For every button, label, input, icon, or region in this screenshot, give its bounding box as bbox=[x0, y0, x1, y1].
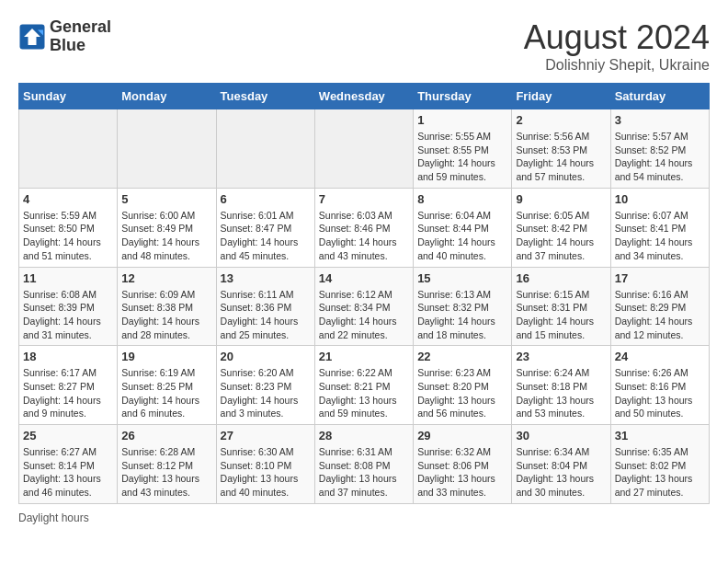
day-number: 11 bbox=[23, 271, 113, 285]
calendar-cell: 11Sunrise: 6:08 AMSunset: 8:39 PMDayligh… bbox=[19, 267, 118, 346]
calendar-cell: 2Sunrise: 5:56 AMSunset: 8:53 PMDaylight… bbox=[512, 109, 610, 189]
day-number: 1 bbox=[417, 113, 507, 127]
day-info: Sunrise: 6:22 AMSunset: 8:21 PMDaylight:… bbox=[319, 366, 409, 420]
day-info: Sunrise: 6:11 AMSunset: 8:36 PMDaylight:… bbox=[221, 288, 311, 342]
day-number: 29 bbox=[417, 429, 507, 442]
day-number: 12 bbox=[121, 271, 211, 285]
calendar-cell: 12Sunrise: 6:09 AMSunset: 8:38 PMDayligh… bbox=[118, 267, 216, 346]
day-info: Sunrise: 6:03 AMSunset: 8:46 PMDaylight:… bbox=[319, 209, 409, 263]
calendar-cell bbox=[216, 109, 314, 189]
day-number: 23 bbox=[516, 350, 606, 363]
calendar-header: SundayMondayTuesdayWednesdayThursdayFrid… bbox=[19, 84, 710, 109]
calendar-cell: 28Sunrise: 6:31 AMSunset: 8:08 PMDayligh… bbox=[314, 425, 413, 504]
calendar-cell: 20Sunrise: 6:20 AMSunset: 8:23 PMDayligh… bbox=[216, 346, 314, 425]
day-of-week-header: Thursday bbox=[414, 84, 512, 109]
day-info: Sunrise: 5:56 AMSunset: 8:53 PMDaylight:… bbox=[516, 130, 606, 184]
day-info: Sunrise: 6:12 AMSunset: 8:34 PMDaylight:… bbox=[319, 288, 409, 342]
footer-note: Daylight hours bbox=[18, 511, 710, 524]
calendar-week-row: 25Sunrise: 6:27 AMSunset: 8:14 PMDayligh… bbox=[19, 425, 710, 504]
day-info: Sunrise: 6:13 AMSunset: 8:32 PMDaylight:… bbox=[417, 288, 507, 342]
day-info: Sunrise: 6:31 AMSunset: 8:08 PMDaylight:… bbox=[319, 445, 409, 500]
day-number: 9 bbox=[516, 192, 606, 206]
day-of-week-header: Tuesday bbox=[216, 84, 314, 109]
calendar-cell: 10Sunrise: 6:07 AMSunset: 8:41 PMDayligh… bbox=[610, 188, 709, 267]
day-info: Sunrise: 6:09 AMSunset: 8:38 PMDaylight:… bbox=[121, 288, 211, 342]
day-number: 25 bbox=[23, 429, 113, 442]
main-title: August 2024 bbox=[524, 18, 710, 57]
calendar-cell bbox=[314, 109, 413, 189]
day-of-week-header: Friday bbox=[512, 84, 610, 109]
calendar-cell: 7Sunrise: 6:03 AMSunset: 8:46 PMDaylight… bbox=[314, 188, 413, 267]
calendar-cell: 4Sunrise: 5:59 AMSunset: 8:50 PMDaylight… bbox=[19, 188, 118, 267]
day-number: 20 bbox=[221, 350, 311, 363]
calendar-cell: 1Sunrise: 5:55 AMSunset: 8:55 PMDaylight… bbox=[414, 109, 512, 189]
day-number: 8 bbox=[417, 192, 507, 206]
calendar-cell: 14Sunrise: 6:12 AMSunset: 8:34 PMDayligh… bbox=[314, 267, 413, 346]
day-info: Sunrise: 6:16 AMSunset: 8:29 PMDaylight:… bbox=[615, 288, 705, 342]
day-info: Sunrise: 6:35 AMSunset: 8:02 PMDaylight:… bbox=[615, 445, 705, 500]
calendar-cell: 31Sunrise: 6:35 AMSunset: 8:02 PMDayligh… bbox=[610, 425, 709, 504]
calendar-week-row: 11Sunrise: 6:08 AMSunset: 8:39 PMDayligh… bbox=[19, 267, 710, 346]
calendar-week-row: 18Sunrise: 6:17 AMSunset: 8:27 PMDayligh… bbox=[19, 346, 710, 425]
day-number: 13 bbox=[221, 271, 311, 285]
day-info: Sunrise: 6:19 AMSunset: 8:25 PMDaylight:… bbox=[121, 366, 211, 420]
calendar-cell: 27Sunrise: 6:30 AMSunset: 8:10 PMDayligh… bbox=[216, 425, 314, 504]
calendar-cell: 17Sunrise: 6:16 AMSunset: 8:29 PMDayligh… bbox=[610, 267, 709, 346]
calendar-cell: 15Sunrise: 6:13 AMSunset: 8:32 PMDayligh… bbox=[414, 267, 512, 346]
calendar-cell: 19Sunrise: 6:19 AMSunset: 8:25 PMDayligh… bbox=[118, 346, 216, 425]
day-info: Sunrise: 6:01 AMSunset: 8:47 PMDaylight:… bbox=[221, 209, 311, 263]
calendar-cell: 9Sunrise: 6:05 AMSunset: 8:42 PMDaylight… bbox=[512, 188, 610, 267]
day-number: 2 bbox=[516, 113, 606, 127]
calendar-body: 1Sunrise: 5:55 AMSunset: 8:55 PMDaylight… bbox=[19, 109, 710, 504]
calendar-cell: 30Sunrise: 6:34 AMSunset: 8:04 PMDayligh… bbox=[512, 425, 610, 504]
calendar-cell: 25Sunrise: 6:27 AMSunset: 8:14 PMDayligh… bbox=[19, 425, 118, 504]
day-info: Sunrise: 6:23 AMSunset: 8:20 PMDaylight:… bbox=[417, 366, 507, 420]
day-info: Sunrise: 6:17 AMSunset: 8:27 PMDaylight:… bbox=[23, 366, 113, 420]
day-number: 14 bbox=[319, 271, 409, 285]
day-number: 21 bbox=[319, 350, 409, 363]
subtitle: Dolishniy Shepit, Ukraine bbox=[524, 57, 710, 74]
day-info: Sunrise: 6:32 AMSunset: 8:06 PMDaylight:… bbox=[417, 445, 507, 500]
calendar-cell: 23Sunrise: 6:24 AMSunset: 8:18 PMDayligh… bbox=[512, 346, 610, 425]
logo-line1: General bbox=[50, 18, 111, 37]
day-number: 7 bbox=[319, 192, 409, 206]
logo-line2: Blue bbox=[50, 37, 111, 55]
day-number: 24 bbox=[615, 350, 705, 363]
title-area: August 2024 Dolishniy Shepit, Ukraine bbox=[524, 18, 710, 74]
logo-icon bbox=[18, 23, 46, 51]
calendar-week-row: 4Sunrise: 5:59 AMSunset: 8:50 PMDaylight… bbox=[19, 188, 710, 267]
calendar-cell: 3Sunrise: 5:57 AMSunset: 8:52 PMDaylight… bbox=[610, 109, 709, 189]
calendar-cell: 5Sunrise: 6:00 AMSunset: 8:49 PMDaylight… bbox=[118, 188, 216, 267]
calendar-cell: 16Sunrise: 6:15 AMSunset: 8:31 PMDayligh… bbox=[512, 267, 610, 346]
day-info: Sunrise: 6:28 AMSunset: 8:12 PMDaylight:… bbox=[121, 445, 211, 500]
calendar-cell: 21Sunrise: 6:22 AMSunset: 8:21 PMDayligh… bbox=[314, 346, 413, 425]
calendar-cell: 29Sunrise: 6:32 AMSunset: 8:06 PMDayligh… bbox=[414, 425, 512, 504]
day-info: Sunrise: 6:05 AMSunset: 8:42 PMDaylight:… bbox=[516, 209, 606, 263]
page-wrapper: General Blue August 2024 Dolishniy Shepi… bbox=[18, 18, 710, 524]
calendar-cell: 6Sunrise: 6:01 AMSunset: 8:47 PMDaylight… bbox=[216, 188, 314, 267]
day-number: 4 bbox=[23, 192, 113, 206]
calendar-table: SundayMondayTuesdayWednesdayThursdayFrid… bbox=[18, 83, 710, 504]
calendar-week-row: 1Sunrise: 5:55 AMSunset: 8:55 PMDaylight… bbox=[19, 109, 710, 189]
header: General Blue August 2024 Dolishniy Shepi… bbox=[18, 18, 710, 74]
day-number: 30 bbox=[516, 429, 606, 442]
day-number: 19 bbox=[121, 350, 211, 363]
day-number: 16 bbox=[516, 271, 606, 285]
day-info: Sunrise: 6:08 AMSunset: 8:39 PMDaylight:… bbox=[23, 288, 113, 342]
day-info: Sunrise: 6:24 AMSunset: 8:18 PMDaylight:… bbox=[516, 366, 606, 420]
calendar-cell bbox=[118, 109, 216, 189]
day-info: Sunrise: 6:04 AMSunset: 8:44 PMDaylight:… bbox=[417, 209, 507, 263]
day-info: Sunrise: 5:59 AMSunset: 8:50 PMDaylight:… bbox=[23, 209, 113, 263]
day-number: 3 bbox=[615, 113, 705, 127]
calendar-cell: 18Sunrise: 6:17 AMSunset: 8:27 PMDayligh… bbox=[19, 346, 118, 425]
day-number: 17 bbox=[615, 271, 705, 285]
header-row: SundayMondayTuesdayWednesdayThursdayFrid… bbox=[19, 84, 710, 109]
calendar-cell: 13Sunrise: 6:11 AMSunset: 8:36 PMDayligh… bbox=[216, 267, 314, 346]
day-number: 5 bbox=[121, 192, 211, 206]
day-of-week-header: Sunday bbox=[19, 84, 118, 109]
day-info: Sunrise: 6:20 AMSunset: 8:23 PMDaylight:… bbox=[221, 366, 311, 420]
day-info: Sunrise: 6:07 AMSunset: 8:41 PMDaylight:… bbox=[615, 209, 705, 263]
day-number: 15 bbox=[417, 271, 507, 285]
day-number: 10 bbox=[615, 192, 705, 206]
day-number: 27 bbox=[221, 429, 311, 442]
